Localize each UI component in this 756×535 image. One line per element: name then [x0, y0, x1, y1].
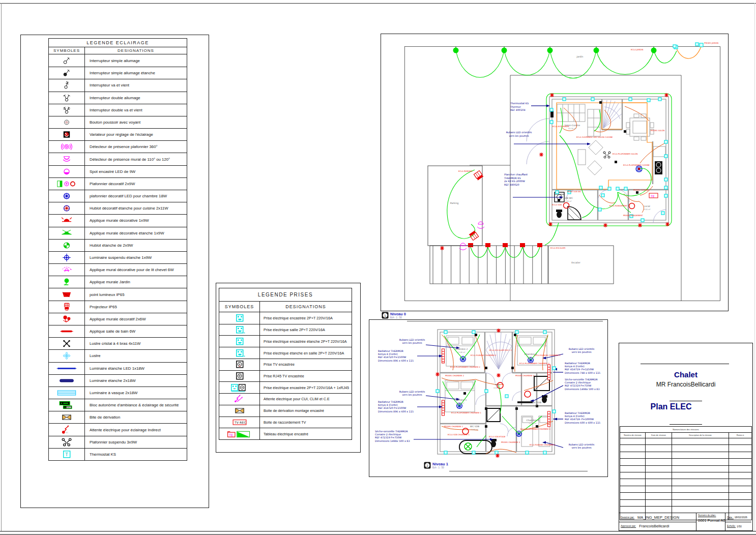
annotation-line: REF 414718- P=1000W	[565, 418, 594, 421]
floorplan-niveau0: JardinParkingEscalierSalon-Cuisine63.30 …	[381, 34, 729, 314]
applique-symbol	[497, 329, 501, 333]
applique-symbol	[539, 153, 543, 157]
ecla-exterieur-label: ECLA EXTERIEUR	[553, 125, 569, 128]
legend-prises-table: LEGENDE PRISES SYMBOLES DESIGNATIONS Pri…	[219, 288, 352, 440]
legend-eclairage-designation: Bite de dérivation	[85, 411, 187, 423]
svg-text:s: s	[243, 331, 245, 334]
escalier-label: Escalier	[571, 261, 580, 264]
red-label: ECLA SDB CHAMBRE 1	[448, 433, 470, 436]
legend-eclairage-designation: Applique salle de bain 6W	[85, 325, 187, 337]
ann-thermostat-line: Thermor	[510, 105, 521, 108]
legend-prises-row: Prise TV encastrée	[219, 359, 352, 370]
room-area-ch4: 11.50 m²	[529, 423, 537, 425]
annotation-line: vers les poutres	[571, 350, 592, 354]
legend-eclairage-row: Spot encastré LED de 9W	[49, 165, 187, 177]
annotation-line: Rubans LED orientés	[399, 338, 425, 341]
prise-symbol	[550, 108, 553, 111]
prise-symbol	[599, 186, 602, 189]
legend-eclairage-designation: Interrupteur double allumage	[85, 92, 187, 104]
prise-symbol	[624, 187, 627, 190]
room-area-wc2: 3.85 m²	[471, 429, 478, 431]
annotation-line: Radiateur THERMOR	[565, 411, 591, 414]
room-area-hall: 8.00 m²	[493, 387, 501, 389]
prise-symbol	[485, 390, 488, 393]
revision-row-empty	[620, 486, 751, 493]
lum-susp-icon	[49, 252, 85, 263]
prise-symbol	[616, 187, 619, 190]
spot-icon	[49, 166, 85, 177]
legend-eclairage-row: Bouton poussoir avec voyant	[49, 116, 187, 128]
prise-icon	[219, 312, 260, 324]
prise-symbol	[556, 191, 559, 194]
int-double-icon	[49, 92, 85, 104]
annotation-line: vers les poutres	[402, 393, 422, 397]
bloc-sec-icon: EXIT	[49, 399, 85, 411]
local-area: 9.50 m²	[644, 209, 651, 211]
annotation-line: Dimensions 1498x 500 x 83	[565, 388, 600, 391]
legend-eclairage-designation: Lustre	[85, 350, 187, 362]
annotation-line: Dimensions 896 x 600 x 115	[378, 359, 414, 362]
legend-prises-col-symbols: SYMBOLES	[219, 302, 260, 312]
legend-eclairage-designation: Variateur pour réglage de l'éclairage	[85, 129, 187, 140]
legend-prises-row: sPrise électrique étanche en saille 2P+T…	[219, 347, 352, 359]
revision-row-empty	[620, 500, 751, 507]
dessine-par-label: Dessiné par:	[621, 516, 634, 519]
niveau1-icon: 2	[424, 462, 431, 469]
prise-s-icon: s	[219, 324, 260, 336]
legend-prises-designation: Prise RJ45 TV encastrée	[260, 371, 352, 382]
int-simple-et-icon	[49, 67, 85, 79]
legend-eclairage-row: Interrupteur simple allumage	[49, 54, 187, 67]
niveau0-icon: 1	[382, 312, 389, 319]
echelle-value: 1/50	[737, 525, 742, 528]
revision-col-header: Remis à	[729, 433, 751, 438]
prise-symbol	[444, 451, 447, 454]
legend-eclairage-designation: Lustre cristal à 4 bras 4x11W	[85, 338, 187, 349]
ann-thermostat-line: REF 400104	[510, 108, 526, 111]
legend-eclairage-designation: Applique murale décorative 1x9W	[85, 215, 187, 226]
boite-deriv-icon	[219, 405, 260, 417]
prise-et-s-icon: s	[219, 347, 260, 359]
legend-eclairage-designation: Interrupteur va et vient	[85, 79, 187, 91]
prise-symbol	[664, 178, 667, 181]
title-block-rule-bottom	[670, 424, 702, 425]
app-2x6-icon	[49, 313, 85, 325]
legend-eclairage-designation: Applique murale Jardin	[85, 276, 187, 288]
room-area-ch1: 11.06 m²	[456, 402, 464, 404]
title-block-rule-top	[641, 364, 729, 364]
ann-plancher-line: THERMOR KS	[504, 176, 521, 180]
revision-row-empty	[620, 438, 751, 445]
app-mur-et-icon	[49, 227, 85, 239]
frame-right	[754, 3, 755, 531]
legend-prises-row: Prise électrique encastrée 2P+T 220V/16A	[219, 312, 352, 324]
legend-eclairage-designation: Interrupteur simple allumage étanche	[85, 67, 187, 79]
annotation-line: REF 414719- P=1250W	[565, 368, 594, 371]
legend-prises-designation: Tableau électrique encastré	[260, 428, 352, 439]
tableau-icon: TE	[219, 428, 260, 439]
legend-eclairage-designation: Hublot décoratif étanche pour cuisine 2x…	[85, 202, 187, 214]
legend-eclairage-designation: Interrupteur simple allumage	[85, 54, 187, 67]
interrupteur-symbol	[514, 334, 516, 336]
legend-eclairage-row: Applique murale décoratif 2x6W	[49, 313, 187, 325]
ecla-escalier-label: ECLA ESCALIER	[550, 247, 566, 249]
legend-prises-designation: Prise électrique encastrée étanche 2P+T …	[260, 336, 352, 347]
approuve-par-label: Approuvé par:	[621, 525, 636, 527]
prise-symbol	[598, 208, 601, 211]
room-label-wc2: WC SDB	[470, 425, 479, 428]
legend-prises-designation: Prise électrique encastrée 2P+T 220V/16A	[260, 312, 352, 324]
projecteur-icon	[49, 301, 85, 313]
legend-eclairage-row: Interrupteur double allumage	[49, 92, 187, 104]
room-area-ch3: 11.56 m²	[527, 356, 535, 359]
legend-prises-row: Boite de dérivation montage encastré	[219, 405, 352, 417]
svg-text:1: 1	[384, 314, 386, 317]
local-label: Local	[644, 205, 650, 207]
interrupteur-symbol	[485, 367, 487, 369]
legend-eclairage-designation: Plafonnier suspendu 3x9W	[85, 436, 187, 448]
legend-eclairage-designation: Luminaire à vasque 2x18W	[85, 387, 187, 399]
prise-et-icon	[219, 336, 260, 347]
prise-tv-icon	[219, 359, 260, 370]
room-label-ch4: Chambre 4	[527, 419, 539, 422]
legend-eclairage-title: LEGENDE ECLAIRAGE	[49, 39, 187, 47]
attente-cui-icon	[219, 394, 260, 405]
revision-row-empty	[620, 493, 751, 499]
annotation-line: vers les poutres	[571, 446, 592, 450]
